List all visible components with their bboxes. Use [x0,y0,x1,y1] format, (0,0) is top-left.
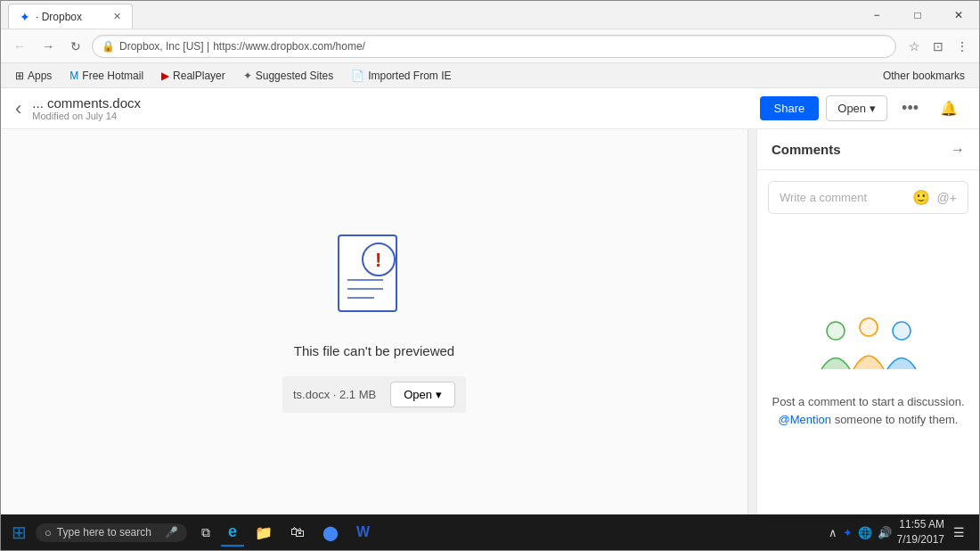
file-title: ... comments.docx [32,95,759,111]
file-modified: Modified on July 14 [32,111,759,121]
dropbox-favicon: ✦ [20,10,30,24]
discussion-illustration [811,311,927,382]
emoji-icon[interactable]: 🙂 [912,189,930,206]
tab-close-button[interactable]: ✕ [113,11,121,22]
browser-content: ‹ ... comments.docx Modified on July 14 … [1,88,979,514]
back-button[interactable]: ← [8,36,31,57]
scroll-track[interactable] [747,129,756,514]
menu-icon[interactable]: ⋮ [952,37,972,55]
comments-title: Comments [772,142,841,157]
dropbox-tray-icon[interactable]: ✦ [843,526,853,539]
minimize-button[interactable]: − [856,1,897,29]
preview-illustration: ! This file can't be previewed ts.docx ·… [282,231,466,413]
tab-area: ✦ · Dropbox ✕ [1,1,133,29]
search-bar[interactable]: ○ Type here to search 🎤 [36,523,187,542]
lock-icon: 🔒 [102,40,115,53]
file-name-label: ts.docx · 2.1 MB [293,388,376,401]
forward-button[interactable]: → [37,36,60,57]
volume-icon[interactable]: 🔊 [878,526,892,539]
svg-point-7 [860,318,878,336]
file-error-icon: ! [334,231,414,329]
more-options-button[interactable]: ••• [894,95,926,121]
search-placeholder: Type here to search [57,526,151,539]
active-tab[interactable]: ✦ · Dropbox ✕ [8,4,133,29]
network-icon[interactable]: 🌐 [858,526,872,539]
bookmarks-bar: ⊞ Apps M Free Hotmail ▶ RealPlayer ✦ Sug… [1,63,979,88]
notification-center-button[interactable]: ☰ [950,522,968,543]
svg-point-8 [893,322,911,340]
file-explorer-icon[interactable]: 📁 [248,521,280,545]
bookmark-suggested-sites[interactable]: ✦ Suggested Sites [236,68,340,84]
tab-title: · Dropbox [36,11,82,23]
comments-panel: Comments → Write a comment 🙂 @+ [756,129,979,514]
notifications-button[interactable]: 🔔 [933,96,965,120]
file-info: ... comments.docx Modified on July 14 [32,95,759,121]
open-button[interactable]: Open ▾ [826,95,887,121]
extensions-icon[interactable]: ⊡ [929,37,947,55]
search-icon: ○ [45,526,52,539]
open-file-button[interactable]: Open ▾ [390,382,455,407]
dropbox-header: ‹ ... comments.docx Modified on July 14 … [1,88,979,129]
address-url: https://www.dropbox.com/home/ [213,40,365,53]
preview-area: ! This file can't be previewed ts.docx ·… [1,129,747,514]
file-open-bar: ts.docx · 2.1 MB Open ▾ [282,376,466,413]
address-prefix: Dropbox, Inc [US] | [119,40,209,53]
system-tray: ∧ ✦ 🌐 🔊 11:55 AM 7/19/2017 ☰ [829,517,976,547]
taskbar-icons: ⧉ e 📁 🛍 ⬤ W [194,519,377,547]
taskbar: ⊞ ○ Type here to search 🎤 ⧉ e 📁 🛍 ⬤ W ∧ … [1,514,979,550]
refresh-button[interactable]: ↻ [65,36,86,57]
mic-icon: 🎤 [165,526,178,539]
bookmark-realplayer[interactable]: ▶ RealPlayer [154,68,233,84]
nav-icons: ☆ ⊡ ⋮ [905,37,972,55]
comments-expand-icon[interactable]: → [951,142,965,158]
maximize-button[interactable]: □ [897,1,938,29]
chrome-icon[interactable]: ⬤ [315,521,346,545]
content-split: ! This file can't be previewed ts.docx ·… [1,129,979,514]
at-mention-icon[interactable]: @+ [937,191,957,205]
bookmark-apps[interactable]: ⊞ Apps [8,68,59,84]
share-button[interactable]: Share [760,96,820,120]
navigation-bar: ← → ↻ 🔒 Dropbox, Inc [US] | https://www.… [1,29,979,63]
dropbox-back-button[interactable]: ‹ [15,97,21,120]
edge-browser-icon[interactable]: e [221,519,244,547]
store-icon[interactable]: 🛍 [283,521,312,544]
comment-input[interactable]: Write a comment 🙂 @+ [768,181,968,214]
svg-text:!: ! [375,249,381,271]
bookmark-hotmail[interactable]: M Free Hotmail [62,68,151,84]
bookmark-imported-from-ie[interactable]: 📄 Imported From IE [344,68,458,84]
comments-body: Post a comment to start a discussion. @M… [757,225,979,514]
address-bar[interactable]: 🔒 Dropbox, Inc [US] | https://www.dropbo… [92,35,896,58]
discussion-text: Post a comment to start a discussion. @M… [772,393,964,428]
comments-header: Comments → [757,129,979,170]
svg-point-6 [827,322,845,340]
comment-placeholder: Write a comment [780,191,905,204]
window-controls: − □ ✕ [856,1,979,29]
other-bookmarks[interactable]: Other bookmarks [876,68,972,84]
clock: 11:55 AM 7/19/2017 [897,517,944,547]
show-hidden-icon[interactable]: ∧ [829,526,837,539]
window-close-button[interactable]: ✕ [938,1,979,29]
task-view-button[interactable]: ⧉ [194,522,217,544]
header-actions: Share Open ▾ ••• 🔔 [760,95,965,121]
title-bar: ✦ · Dropbox ✕ − □ ✕ [1,1,979,29]
star-icon[interactable]: ☆ [905,37,924,55]
start-button[interactable]: ⊞ [4,518,34,547]
preview-message: This file can't be previewed [294,343,454,358]
word-icon[interactable]: W [349,521,377,544]
